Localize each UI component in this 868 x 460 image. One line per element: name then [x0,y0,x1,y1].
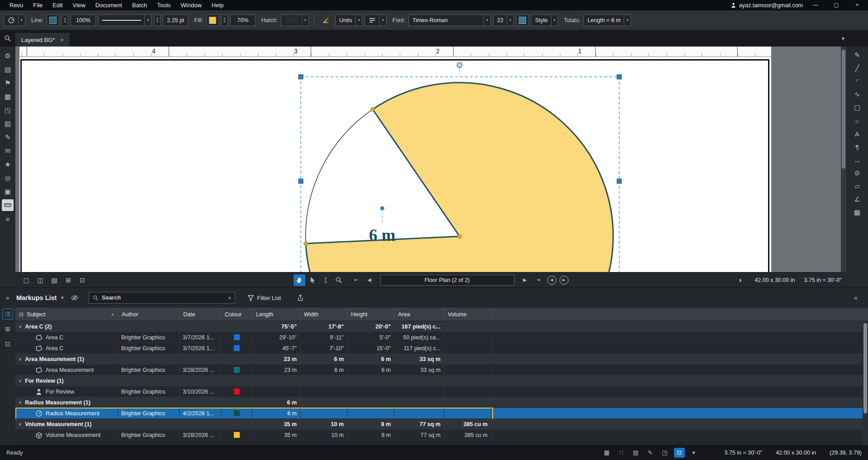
layers-icon[interactable]: ≡ [2,213,14,225]
collapse-all-icon[interactable]: ⊟ [19,311,24,318]
markup-mode-icon[interactable]: ✎ [645,448,656,458]
markups-list-panel-icon[interactable] [2,309,13,319]
collapse-panel-icon[interactable]: « [848,294,863,301]
length-measurement-icon[interactable]: ↔ [851,154,863,166]
menu-window[interactable]: Window [176,0,207,10]
selection-handle[interactable] [617,75,621,79]
column-header-length[interactable]: Length [252,308,300,321]
center-point[interactable] [380,207,384,211]
close-button[interactable]: × [849,0,865,10]
column-header-width[interactable]: Width [300,308,347,321]
snap-icon[interactable]: ∷ [616,448,627,458]
angle-measurement-icon[interactable]: ∠ [851,193,863,205]
signatures-icon[interactable]: ✎ [2,131,14,143]
tool-chest-panel-icon[interactable]: ⊞ [2,324,13,334]
column-header-author[interactable]: Author [118,308,180,321]
account-button[interactable]: ayaz.taimoor@gmail.com [730,2,803,9]
totals-dropdown[interactable]: Length = 6 m▾ [583,14,631,26]
selection-handle[interactable] [617,179,621,183]
column-header-date[interactable]: Date [180,308,221,321]
full-screen-icon[interactable]: ⊡ [76,274,89,286]
measurements-icon[interactable] [2,199,14,211]
shape-tool-dropdown[interactable]: ▾ [4,14,25,26]
style-dropdown[interactable]: Style▾ [531,14,558,26]
column-header-subject[interactable]: ⊟ Subject ∧ [15,308,118,321]
maximize-button[interactable]: ▢ [828,0,844,10]
collapse-chevron-icon[interactable]: ∨ [19,378,22,383]
group-row[interactable]: ∨For Review (1) [15,376,868,386]
group-row[interactable]: ∨Area C (2)75'-5"17'-8"20'-0"167 pied(s)… [15,321,868,332]
search-input[interactable] [102,295,224,301]
markup-row[interactable]: Area CBrighter Graphics3/7/2026 1...45'-… [15,343,868,354]
line-color-swatch[interactable] [47,14,59,26]
area-measurement-icon[interactable]: ▱ [851,180,863,192]
collapse-chevron-icon[interactable]: ∨ [19,357,22,361]
single-page-icon[interactable]: ▢ [20,274,33,286]
line-tool-icon[interactable]: ╱ [851,62,863,74]
vertex-handle[interactable] [304,242,308,246]
flags-icon[interactable]: ◳ [2,104,14,116]
group-row[interactable]: ∨Radius Measurement (1)6 m [15,397,868,408]
caption-alignment-dropdown[interactable]: ▾ [365,14,386,26]
vertex-handle[interactable] [371,108,375,112]
radius-measurement-shape[interactable] [306,83,613,272]
filter-list-button[interactable]: Filter List [248,295,281,301]
reuse-markup-icon[interactable]: ⊡ [674,448,685,458]
page-mode-icon[interactable]: ▤ [631,448,641,458]
open-documents-caret-icon[interactable]: ▼ [841,36,845,41]
hatch-dropdown[interactable]: ▾ [281,14,309,26]
scrollbar-thumb[interactable] [842,50,845,169]
continuous-icon[interactable]: ▤ [48,274,61,286]
markups-scrollbar[interactable] [863,321,868,445]
units-dropdown[interactable]: Units▾ [335,14,363,26]
fill-color-swatch[interactable] [206,14,219,26]
markups-list-title[interactable]: Markups List [16,294,57,301]
export-summary-icon[interactable] [294,292,306,304]
collapse-chevron-icon[interactable]: ∨ [19,422,22,427]
arc-tool-icon[interactable]: ◜ [851,75,863,87]
first-page-icon[interactable]: ⇤ [351,274,362,286]
document-tab[interactable]: Layered BG* × [15,33,70,47]
markup-row[interactable]: Volume MeasurementBrighter Graphics3/28/… [15,430,868,441]
comments-icon[interactable]: ✉ [2,145,14,157]
menu-view[interactable]: View [68,0,90,10]
last-page-icon[interactable]: ⇥ [532,274,544,286]
facing-continuous-icon[interactable]: ⊞ [62,274,75,286]
next-view-icon[interactable]: ▶ [560,276,569,285]
pencil-tool-icon[interactable]: ✎ [851,49,863,61]
markup-row[interactable]: For ReviewBrighter Graphics3/10/2026 ... [15,386,868,397]
grid-icon[interactable]: ▦ [602,448,612,458]
selection-handle[interactable] [299,75,303,79]
contrast-icon[interactable]: ◑ [734,274,745,286]
selection-handle[interactable] [299,179,303,183]
facing-pages-icon[interactable]: ◫ [34,274,47,286]
collapse-chevron-icon[interactable]: ∨ [19,400,22,405]
menu-help[interactable]: Help [207,0,229,10]
spaces-icon[interactable]: ◎ [2,172,14,184]
vertex-handle[interactable] [458,235,462,239]
hide-markups-icon[interactable] [69,292,81,304]
markup-row[interactable]: Radius MeasurementBrighter Graphics4/2/2… [15,408,868,419]
minimize-button[interactable]: — [807,0,824,10]
note-tool-icon[interactable]: ¶ [851,141,863,153]
clear-search-icon[interactable]: × [228,295,232,301]
previous-view-icon[interactable]: ◀ [547,276,556,285]
column-header-height[interactable]: Height [347,308,394,321]
toolbox-icon[interactable]: ▣ [2,186,14,197]
group-row[interactable]: ∨Volume Measurement (1)35 m10 m8 m77 sq … [15,419,868,430]
fill-opacity-field[interactable]: 70% [230,14,256,26]
rectangle-tool-icon[interactable]: ▢ [851,102,863,113]
markups-list-caret-icon[interactable]: ▼ [60,296,64,300]
sets-panel-icon[interactable]: ⊡ [2,338,13,349]
menu-document[interactable]: Document [90,0,127,10]
properties-icon[interactable]: ⚙ [2,50,14,62]
status-options-caret-icon[interactable]: ▾ [688,448,699,458]
column-header-colour[interactable]: Colour [221,308,252,321]
line-opacity-field[interactable]: 100% [71,14,96,26]
documents-icon[interactable]: ▥ [2,118,14,130]
group-row[interactable]: ∨Area Measurement (1)23 m6 m6 m33 sq m [15,354,868,365]
thumbnails-icon[interactable]: ▦ [2,91,14,103]
fill-opacity-spinner[interactable]: ▲▼ [221,14,228,26]
volume-measurement-icon[interactable]: ▦ [851,207,863,218]
menu-tools[interactable]: Tools [152,0,175,10]
